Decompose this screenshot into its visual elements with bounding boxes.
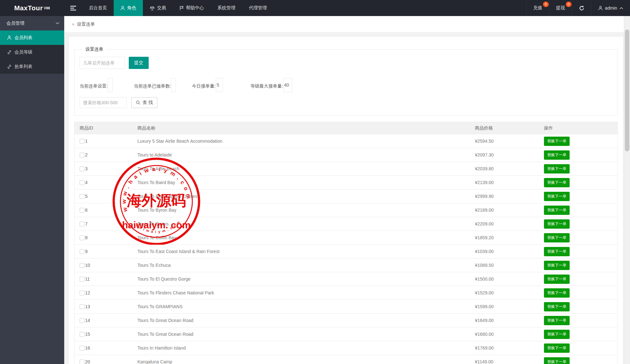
replace-next-order-button[interactable]: 替换下一单 [544, 275, 570, 284]
stat-max-orders: 等级最大接单量: [250, 78, 292, 92]
replace-next-order-button[interactable]: 替换下一单 [544, 302, 570, 311]
brand-logo[interactable]: MaxTourV88 [0, 0, 64, 16]
current-chain-setting-input[interactable] [108, 78, 113, 92]
product-id: 2 [85, 152, 88, 157]
fieldset-legend: 设置连单 [82, 47, 107, 52]
row-checkbox[interactable] [80, 222, 84, 226]
chain-orders-done-input[interactable] [171, 78, 176, 92]
main-nav: 后台首页 角色 交易 帮助中心 系统管理 代理管理 [82, 0, 274, 16]
table-row: 4Tours To Baird Bay¥2139.00替换下一单 [74, 176, 617, 190]
replace-next-order-button[interactable]: 替换下一单 [544, 343, 570, 353]
replace-next-order-button[interactable]: 替换下一单 [544, 357, 570, 364]
row-checkbox[interactable] [80, 304, 84, 309]
replace-next-order-button[interactable]: 替换下一单 [544, 330, 570, 339]
row-checkbox[interactable] [80, 263, 84, 268]
admin-app: MaxTourV88 后台首页 角色 交易 帮助中心 系统管理 代理管理 [0, 0, 630, 364]
hamburger-menu-icon[interactable] [64, 0, 82, 16]
product-id: 15 [85, 332, 90, 337]
today-orders-input[interactable] [216, 78, 223, 92]
main-area: »设置连单 设置连单 提交 当前连单设置: 当 [64, 16, 624, 364]
table-row: 6Tours To Byron Bay¥2189.00替换下一单 [74, 203, 617, 217]
product-price: ¥1680.00 [470, 332, 539, 337]
product-price: ¥1599.00 [470, 304, 539, 309]
find-button[interactable]: 查 找 [131, 97, 157, 108]
table-row: 11Tours To El Questro Gorge¥1500.00替换下一单 [74, 272, 617, 286]
row-checkbox[interactable] [80, 180, 84, 185]
replace-next-order-button[interactable]: 替换下一单 [544, 219, 570, 229]
table-row: 2Tours to Adelaide¥2097.30替换下一单 [74, 148, 617, 162]
product-price: ¥1649.00 [470, 318, 539, 323]
product-price: ¥1089.50 [470, 263, 539, 268]
replace-next-order-button[interactable]: 替换下一单 [544, 192, 570, 201]
row-checkbox[interactable] [80, 208, 84, 213]
row-checkbox[interactable] [80, 166, 84, 171]
sidebar-item-member-level[interactable]: 会员等级 [0, 45, 64, 59]
row-checkbox[interactable] [80, 346, 84, 351]
stat-today-orders: 今日接单量: [192, 78, 223, 92]
replace-next-order-button[interactable]: 替换下一单 [544, 261, 570, 270]
product-name: Tours To Echuca [132, 263, 470, 268]
page-scrollbar-track[interactable] [624, 16, 630, 364]
link-icon [7, 50, 12, 55]
product-id: 9 [85, 249, 88, 254]
product-name: Tours to Adelaide [132, 152, 470, 157]
product-id: 14 [85, 318, 90, 323]
chain-start-input[interactable] [80, 57, 125, 69]
replace-next-order-button[interactable]: 替换下一单 [544, 247, 570, 256]
replace-next-order-button[interactable]: 替换下一单 [544, 137, 570, 146]
sidebar-item-grab-order-list[interactable]: 抢单列表 [0, 59, 64, 74]
submit-button[interactable]: 提交 [129, 57, 149, 69]
row-checkbox[interactable] [80, 249, 84, 254]
product-id: 11 [85, 276, 90, 282]
table-row: 1Luxury 5 Star Airlie Beach Accommodatio… [74, 134, 617, 148]
table-row: 3Tours To Airlie Beach¥2039.80替换下一单 [74, 162, 617, 176]
refresh-button[interactable] [572, 0, 591, 16]
replace-next-order-button[interactable]: 替换下一单 [544, 233, 570, 242]
nav-item-help-center[interactable]: 帮助中心 [173, 0, 211, 16]
user-menu[interactable]: admin [591, 0, 630, 16]
row-checkbox[interactable] [80, 332, 84, 337]
table-header: 商品ID 商品名称 商品价格 操作 [74, 122, 617, 134]
row-checkbox[interactable] [80, 360, 84, 364]
product-name: Tours To East Coast Island & Rain Forest [132, 249, 470, 254]
product-name: Tours To Great Ocean Road [132, 332, 470, 337]
row-checkbox[interactable] [80, 194, 84, 199]
row-checkbox[interactable] [80, 291, 84, 295]
table-row: 16Tours In Hamilton Island¥1769.00替换下一单 [74, 341, 617, 355]
replace-next-order-button[interactable]: 替换下一单 [544, 164, 570, 174]
replace-next-order-button[interactable]: 替换下一单 [544, 206, 570, 215]
price-search-input[interactable] [80, 97, 127, 108]
replace-next-order-button[interactable]: 替换下一单 [544, 150, 570, 160]
product-id: 1 [85, 139, 88, 144]
row-checkbox[interactable] [80, 318, 84, 323]
sidebar-group-member-management[interactable]: 会员管理 [0, 16, 64, 30]
product-name: Tours To Great Ocean Road [132, 318, 470, 323]
scales-icon [150, 6, 155, 11]
page-scrollbar-thumb[interactable] [625, 30, 629, 151]
product-id: 20 [85, 359, 90, 364]
product-name: Tours To Byron Bay [132, 207, 470, 213]
replace-next-order-button[interactable]: 替换下一单 [544, 288, 570, 298]
row-checkbox[interactable] [80, 153, 84, 157]
nav-item-system[interactable]: 系统管理 [211, 0, 242, 16]
nav-item-agent[interactable]: 代理管理 [242, 0, 274, 16]
nav-item-dashboard[interactable]: 后台首页 [82, 0, 114, 16]
row-checkbox[interactable] [80, 277, 84, 282]
row-checkbox[interactable] [80, 235, 84, 240]
table-row: 13Tours To GRAMPIANS¥1599.00替换下一单 [74, 300, 617, 314]
replace-next-order-button[interactable]: 替换下一单 [544, 178, 570, 187]
max-orders-input[interactable] [283, 78, 292, 92]
product-price: ¥2209.00 [470, 221, 539, 226]
product-price: ¥1769.00 [470, 345, 539, 351]
recharge-button[interactable]: 充值 0 [526, 0, 549, 16]
product-name: Kangaluna Camp [132, 359, 470, 364]
nav-item-roles[interactable]: 角色 [114, 0, 143, 16]
replace-next-order-button[interactable]: 替换下一单 [544, 316, 570, 325]
table-row: 5Tours To Blue Lagoon Cruises¥2999.90替换下… [74, 190, 617, 203]
row-checkbox[interactable] [80, 139, 84, 144]
search-icon [136, 100, 140, 105]
nav-item-trade[interactable]: 交易 [143, 0, 173, 16]
sidebar-item-member-list[interactable]: 会员列表 [0, 30, 64, 45]
product-name: Tours To Cairns [132, 221, 470, 226]
withdraw-button[interactable]: 提现 0 [549, 0, 572, 16]
